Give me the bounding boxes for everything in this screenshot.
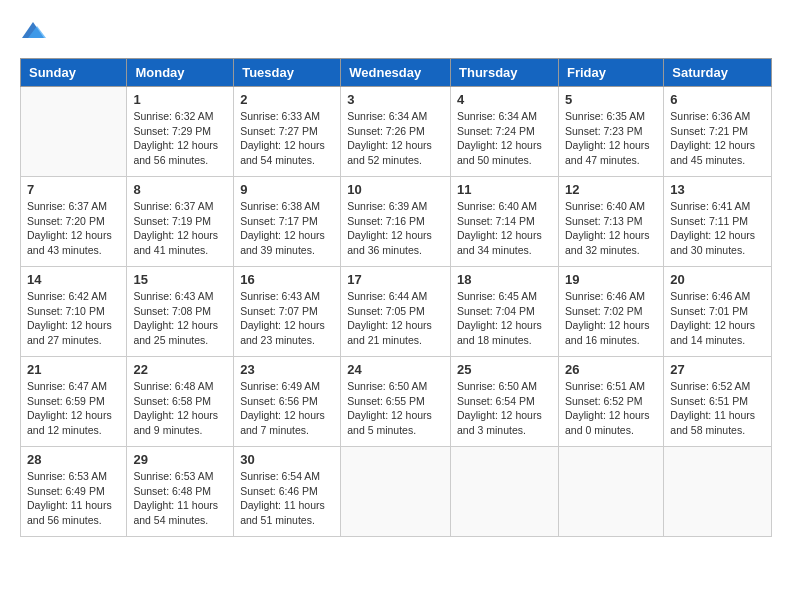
logo <box>20 20 46 42</box>
day-detail: Sunrise: 6:50 AM Sunset: 6:54 PM Dayligh… <box>457 379 552 438</box>
day-detail: Sunrise: 6:32 AM Sunset: 7:29 PM Dayligh… <box>133 109 227 168</box>
day-cell: 8Sunrise: 6:37 AM Sunset: 7:19 PM Daylig… <box>127 177 234 267</box>
day-cell <box>341 447 451 537</box>
day-number: 4 <box>457 92 552 107</box>
day-detail: Sunrise: 6:34 AM Sunset: 7:26 PM Dayligh… <box>347 109 444 168</box>
day-detail: Sunrise: 6:48 AM Sunset: 6:58 PM Dayligh… <box>133 379 227 438</box>
day-number: 28 <box>27 452 120 467</box>
day-number: 20 <box>670 272 765 287</box>
day-detail: Sunrise: 6:46 AM Sunset: 7:02 PM Dayligh… <box>565 289 657 348</box>
day-cell: 24Sunrise: 6:50 AM Sunset: 6:55 PM Dayli… <box>341 357 451 447</box>
week-row-3: 14Sunrise: 6:42 AM Sunset: 7:10 PM Dayli… <box>21 267 772 357</box>
day-cell: 22Sunrise: 6:48 AM Sunset: 6:58 PM Dayli… <box>127 357 234 447</box>
column-header-tuesday: Tuesday <box>234 59 341 87</box>
day-cell: 1Sunrise: 6:32 AM Sunset: 7:29 PM Daylig… <box>127 87 234 177</box>
day-number: 23 <box>240 362 334 377</box>
day-detail: Sunrise: 6:47 AM Sunset: 6:59 PM Dayligh… <box>27 379 120 438</box>
day-cell: 25Sunrise: 6:50 AM Sunset: 6:54 PM Dayli… <box>451 357 559 447</box>
day-detail: Sunrise: 6:38 AM Sunset: 7:17 PM Dayligh… <box>240 199 334 258</box>
day-cell: 7Sunrise: 6:37 AM Sunset: 7:20 PM Daylig… <box>21 177 127 267</box>
day-cell: 6Sunrise: 6:36 AM Sunset: 7:21 PM Daylig… <box>664 87 772 177</box>
day-detail: Sunrise: 6:44 AM Sunset: 7:05 PM Dayligh… <box>347 289 444 348</box>
day-number: 30 <box>240 452 334 467</box>
day-number: 3 <box>347 92 444 107</box>
day-cell: 14Sunrise: 6:42 AM Sunset: 7:10 PM Dayli… <box>21 267 127 357</box>
day-number: 16 <box>240 272 334 287</box>
day-number: 14 <box>27 272 120 287</box>
day-detail: Sunrise: 6:52 AM Sunset: 6:51 PM Dayligh… <box>670 379 765 438</box>
day-detail: Sunrise: 6:40 AM Sunset: 7:13 PM Dayligh… <box>565 199 657 258</box>
day-number: 27 <box>670 362 765 377</box>
week-row-4: 21Sunrise: 6:47 AM Sunset: 6:59 PM Dayli… <box>21 357 772 447</box>
day-number: 24 <box>347 362 444 377</box>
day-cell: 10Sunrise: 6:39 AM Sunset: 7:16 PM Dayli… <box>341 177 451 267</box>
column-header-saturday: Saturday <box>664 59 772 87</box>
day-cell: 26Sunrise: 6:51 AM Sunset: 6:52 PM Dayli… <box>558 357 663 447</box>
page-header <box>20 20 772 42</box>
day-cell: 16Sunrise: 6:43 AM Sunset: 7:07 PM Dayli… <box>234 267 341 357</box>
day-cell <box>558 447 663 537</box>
day-detail: Sunrise: 6:41 AM Sunset: 7:11 PM Dayligh… <box>670 199 765 258</box>
day-number: 11 <box>457 182 552 197</box>
day-detail: Sunrise: 6:43 AM Sunset: 7:07 PM Dayligh… <box>240 289 334 348</box>
day-cell: 9Sunrise: 6:38 AM Sunset: 7:17 PM Daylig… <box>234 177 341 267</box>
day-detail: Sunrise: 6:33 AM Sunset: 7:27 PM Dayligh… <box>240 109 334 168</box>
day-cell: 29Sunrise: 6:53 AM Sunset: 6:48 PM Dayli… <box>127 447 234 537</box>
day-cell: 18Sunrise: 6:45 AM Sunset: 7:04 PM Dayli… <box>451 267 559 357</box>
day-detail: Sunrise: 6:36 AM Sunset: 7:21 PM Dayligh… <box>670 109 765 168</box>
week-row-5: 28Sunrise: 6:53 AM Sunset: 6:49 PM Dayli… <box>21 447 772 537</box>
day-cell: 30Sunrise: 6:54 AM Sunset: 6:46 PM Dayli… <box>234 447 341 537</box>
day-number: 18 <box>457 272 552 287</box>
day-number: 29 <box>133 452 227 467</box>
day-detail: Sunrise: 6:37 AM Sunset: 7:20 PM Dayligh… <box>27 199 120 258</box>
column-header-wednesday: Wednesday <box>341 59 451 87</box>
calendar-header-row: SundayMondayTuesdayWednesdayThursdayFrid… <box>21 59 772 87</box>
day-number: 2 <box>240 92 334 107</box>
day-number: 26 <box>565 362 657 377</box>
column-header-thursday: Thursday <box>451 59 559 87</box>
week-row-1: 1Sunrise: 6:32 AM Sunset: 7:29 PM Daylig… <box>21 87 772 177</box>
day-number: 25 <box>457 362 552 377</box>
week-row-2: 7Sunrise: 6:37 AM Sunset: 7:20 PM Daylig… <box>21 177 772 267</box>
column-header-friday: Friday <box>558 59 663 87</box>
day-number: 19 <box>565 272 657 287</box>
logo-icon <box>20 20 46 42</box>
day-detail: Sunrise: 6:51 AM Sunset: 6:52 PM Dayligh… <box>565 379 657 438</box>
day-number: 5 <box>565 92 657 107</box>
day-number: 13 <box>670 182 765 197</box>
day-detail: Sunrise: 6:46 AM Sunset: 7:01 PM Dayligh… <box>670 289 765 348</box>
day-number: 8 <box>133 182 227 197</box>
day-detail: Sunrise: 6:35 AM Sunset: 7:23 PM Dayligh… <box>565 109 657 168</box>
day-detail: Sunrise: 6:50 AM Sunset: 6:55 PM Dayligh… <box>347 379 444 438</box>
day-number: 7 <box>27 182 120 197</box>
day-detail: Sunrise: 6:45 AM Sunset: 7:04 PM Dayligh… <box>457 289 552 348</box>
day-number: 21 <box>27 362 120 377</box>
day-detail: Sunrise: 6:43 AM Sunset: 7:08 PM Dayligh… <box>133 289 227 348</box>
day-number: 1 <box>133 92 227 107</box>
day-detail: Sunrise: 6:53 AM Sunset: 6:48 PM Dayligh… <box>133 469 227 528</box>
day-detail: Sunrise: 6:53 AM Sunset: 6:49 PM Dayligh… <box>27 469 120 528</box>
day-number: 6 <box>670 92 765 107</box>
day-number: 17 <box>347 272 444 287</box>
column-header-monday: Monday <box>127 59 234 87</box>
day-detail: Sunrise: 6:37 AM Sunset: 7:19 PM Dayligh… <box>133 199 227 258</box>
day-detail: Sunrise: 6:54 AM Sunset: 6:46 PM Dayligh… <box>240 469 334 528</box>
day-cell: 28Sunrise: 6:53 AM Sunset: 6:49 PM Dayli… <box>21 447 127 537</box>
day-number: 12 <box>565 182 657 197</box>
day-cell: 20Sunrise: 6:46 AM Sunset: 7:01 PM Dayli… <box>664 267 772 357</box>
day-cell: 5Sunrise: 6:35 AM Sunset: 7:23 PM Daylig… <box>558 87 663 177</box>
day-detail: Sunrise: 6:49 AM Sunset: 6:56 PM Dayligh… <box>240 379 334 438</box>
day-cell: 2Sunrise: 6:33 AM Sunset: 7:27 PM Daylig… <box>234 87 341 177</box>
day-detail: Sunrise: 6:40 AM Sunset: 7:14 PM Dayligh… <box>457 199 552 258</box>
day-cell: 13Sunrise: 6:41 AM Sunset: 7:11 PM Dayli… <box>664 177 772 267</box>
day-number: 22 <box>133 362 227 377</box>
day-number: 10 <box>347 182 444 197</box>
day-cell: 23Sunrise: 6:49 AM Sunset: 6:56 PM Dayli… <box>234 357 341 447</box>
day-detail: Sunrise: 6:42 AM Sunset: 7:10 PM Dayligh… <box>27 289 120 348</box>
day-cell: 21Sunrise: 6:47 AM Sunset: 6:59 PM Dayli… <box>21 357 127 447</box>
day-number: 9 <box>240 182 334 197</box>
day-cell: 11Sunrise: 6:40 AM Sunset: 7:14 PM Dayli… <box>451 177 559 267</box>
day-cell: 17Sunrise: 6:44 AM Sunset: 7:05 PM Dayli… <box>341 267 451 357</box>
day-cell: 12Sunrise: 6:40 AM Sunset: 7:13 PM Dayli… <box>558 177 663 267</box>
day-cell <box>21 87 127 177</box>
